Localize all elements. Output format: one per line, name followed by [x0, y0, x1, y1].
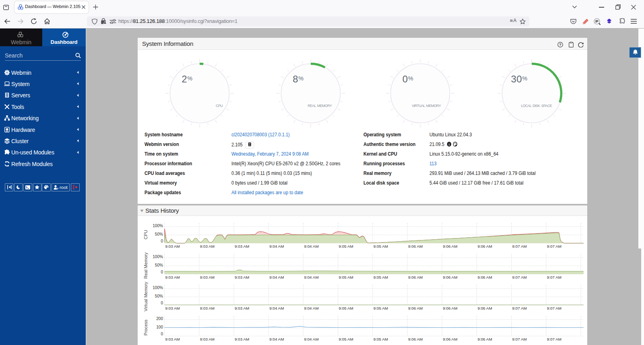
svg-text:?: ? [559, 42, 561, 47]
svg-text:IP: IP [595, 19, 599, 23]
